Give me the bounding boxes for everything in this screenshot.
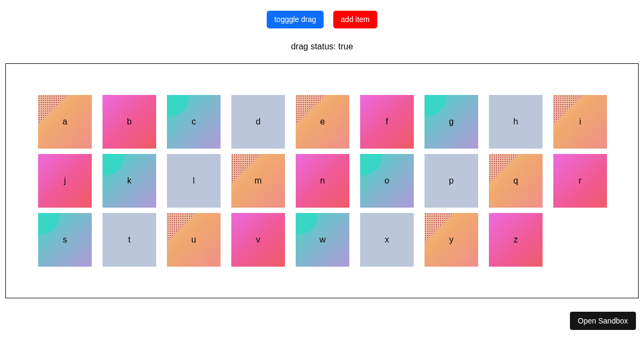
tile-a[interactable]: a: [38, 95, 92, 149]
tile-x[interactable]: x: [360, 213, 414, 267]
open-sandbox-button[interactable]: Open Sandbox: [570, 312, 636, 330]
tile-label: n: [320, 176, 325, 186]
status-prefix: drag status:: [291, 42, 338, 51]
status-value: true: [338, 42, 353, 51]
tile-p[interactable]: p: [425, 154, 478, 208]
tile-e[interactable]: e: [296, 95, 349, 149]
tile-j[interactable]: j: [38, 154, 92, 208]
tile-label: j: [64, 176, 66, 186]
tile-label: f: [386, 117, 388, 127]
tile-label: v: [256, 235, 260, 245]
tile-y[interactable]: y: [425, 213, 478, 267]
tile-label: p: [449, 176, 454, 186]
drag-status-text: drag status: true: [0, 42, 644, 52]
tile-z[interactable]: z: [489, 213, 543, 267]
tile-label: q: [514, 176, 518, 186]
tile-label: b: [127, 117, 132, 127]
tile-label: m: [254, 176, 261, 186]
tile-f[interactable]: f: [360, 95, 414, 149]
tile-s[interactable]: s: [38, 213, 92, 267]
tile-label: w: [319, 235, 326, 245]
tile-label: e: [320, 117, 325, 127]
tile-n[interactable]: n: [296, 154, 349, 208]
tile-label: x: [385, 235, 389, 245]
tile-label: a: [63, 117, 68, 127]
tile-m[interactable]: m: [231, 154, 285, 208]
tile-h[interactable]: h: [489, 95, 543, 149]
tile-label: l: [193, 176, 195, 186]
tile-v[interactable]: v: [231, 213, 285, 267]
tile-label: r: [579, 176, 581, 186]
tile-label: y: [449, 235, 453, 245]
tile-d[interactable]: d: [231, 95, 285, 149]
tile-label: u: [192, 235, 196, 245]
tile-label: i: [579, 117, 581, 127]
toggle-drag-button[interactable]: togggle drag: [267, 11, 324, 28]
tile-b[interactable]: b: [103, 95, 156, 149]
drag-board: abcdefghijklmnopqrstuvwxyz: [5, 63, 639, 298]
toolbar: togggle drag add item: [0, 0, 644, 28]
tile-k[interactable]: k: [103, 154, 156, 208]
tile-label: g: [449, 117, 454, 127]
add-item-button[interactable]: add item: [333, 11, 377, 28]
tile-c[interactable]: c: [167, 95, 221, 149]
tile-label: h: [514, 117, 518, 127]
tile-label: o: [385, 176, 390, 186]
tile-g[interactable]: g: [425, 95, 478, 149]
tile-o[interactable]: o: [360, 154, 414, 208]
tile-label: k: [127, 176, 131, 186]
tile-label: c: [192, 117, 196, 127]
tile-r[interactable]: r: [553, 154, 607, 208]
tile-i[interactable]: i: [553, 95, 607, 149]
tile-grid: abcdefghijklmnopqrstuvwxyz: [38, 95, 606, 267]
tile-t[interactable]: t: [103, 213, 156, 267]
tile-w[interactable]: w: [296, 213, 349, 267]
tile-label: t: [128, 235, 130, 245]
tile-q[interactable]: q: [489, 154, 543, 208]
tile-label: s: [63, 235, 67, 245]
tile-u[interactable]: u: [167, 213, 221, 267]
tile-label: z: [514, 235, 518, 245]
tile-l[interactable]: l: [167, 154, 221, 208]
tile-label: d: [256, 117, 261, 127]
